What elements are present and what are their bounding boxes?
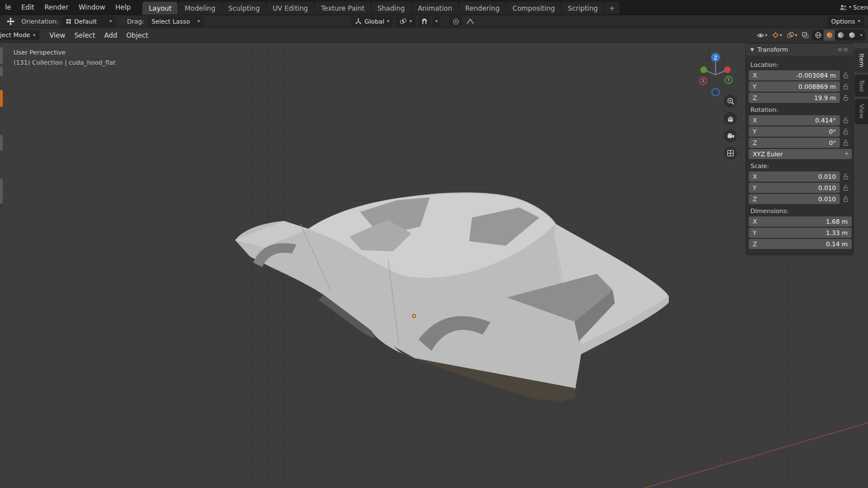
xray-toggle[interactable] bbox=[800, 30, 810, 40]
tab-rendering[interactable]: Rendering bbox=[459, 2, 506, 15]
lock-rotation-y-icon[interactable] bbox=[840, 128, 852, 135]
shading-solid-button[interactable] bbox=[824, 30, 835, 40]
main-menus: le Edit Render Window Help bbox=[0, 0, 136, 15]
rotation-mode-dropdown[interactable]: XYZ Euler ▾ bbox=[749, 149, 852, 159]
dimensions-x-field[interactable]: X 1.68 m bbox=[749, 216, 852, 227]
object-visibility-dropdown[interactable]: ▾ bbox=[755, 31, 768, 40]
pan-hand-button[interactable] bbox=[724, 112, 737, 125]
viewport-3d[interactable]: User Perspective (131) Collection | cuda… bbox=[0, 43, 868, 488]
rotation-label: Rotation: bbox=[750, 106, 850, 114]
toolbar-button-sliver[interactable] bbox=[0, 179, 3, 204]
menu-render[interactable]: Render bbox=[39, 0, 74, 15]
svg-text:Y: Y bbox=[727, 78, 730, 83]
lock-location-x-icon[interactable] bbox=[840, 72, 852, 79]
gizmo-x-neg-axis bbox=[724, 66, 731, 73]
lock-rotation-z-icon[interactable] bbox=[840, 139, 852, 146]
orientation-grid-icon bbox=[66, 19, 71, 24]
lock-location-y-icon[interactable] bbox=[840, 83, 852, 90]
tab-animation[interactable]: Animation bbox=[412, 2, 458, 15]
location-z-field[interactable]: Z 19.9 m bbox=[749, 93, 840, 103]
menu-viewport-select[interactable]: Select bbox=[70, 31, 100, 39]
shading-material-button[interactable] bbox=[835, 30, 846, 40]
mode-value: bject Mode bbox=[0, 31, 30, 39]
tab-uv-editing[interactable]: UV Editing bbox=[267, 2, 314, 15]
global-orientation-icon bbox=[355, 18, 362, 25]
scale-y-field[interactable]: Y 0.010 bbox=[749, 183, 840, 193]
ortho-toggle-button[interactable] bbox=[724, 147, 737, 160]
shading-rendered-button[interactable] bbox=[846, 30, 857, 40]
tab-shading[interactable]: Shading bbox=[371, 2, 411, 15]
menu-viewport-add[interactable]: Add bbox=[100, 31, 122, 39]
scene-name: Scen bbox=[853, 4, 868, 11]
drag-dropdown[interactable]: Select Lasso ▾ bbox=[147, 16, 204, 27]
transform-orientation-dropdown[interactable]: Global ▾ bbox=[351, 16, 393, 27]
object-origin-dot bbox=[412, 314, 416, 318]
toolbar-button-sliver-active[interactable] bbox=[0, 90, 3, 107]
rotation-y-field[interactable]: Y 0° bbox=[749, 126, 840, 137]
tab-compositing[interactable]: Compositing bbox=[506, 2, 561, 15]
options-dropdown[interactable]: Options ▾ bbox=[827, 16, 864, 27]
tab-sculpting[interactable]: Sculpting bbox=[222, 2, 266, 15]
shading-dropdown[interactable]: ▾ bbox=[857, 30, 865, 40]
options-label: Options bbox=[831, 18, 855, 25]
menu-edit[interactable]: Edit bbox=[16, 0, 39, 15]
chevron-down-icon: ▾ bbox=[33, 33, 35, 38]
tab-texture-paint[interactable]: Texture Paint bbox=[314, 2, 370, 15]
tab-layout[interactable]: Layout bbox=[142, 2, 178, 15]
move-tool-icon[interactable] bbox=[3, 16, 18, 27]
show-gizmos-toggle[interactable]: ▾ bbox=[771, 30, 783, 40]
mode-dropdown[interactable]: bject Mode ▾ bbox=[0, 30, 39, 40]
zoom-button[interactable] bbox=[724, 94, 737, 107]
proportional-falloff-icon[interactable] bbox=[464, 16, 476, 27]
tab-scripting[interactable]: Scripting bbox=[561, 2, 604, 15]
menu-window[interactable]: Window bbox=[74, 0, 110, 15]
toolbar-button-sliver[interactable] bbox=[0, 47, 3, 64]
sidebar-tab-item[interactable]: Item bbox=[854, 48, 868, 73]
menu-help[interactable]: Help bbox=[110, 0, 136, 15]
dimensions-z-row: Z 0.14 m bbox=[749, 239, 852, 249]
toolbar-button-sliver[interactable] bbox=[0, 66, 3, 76]
lock-scale-z-icon[interactable] bbox=[840, 196, 852, 202]
shading-wireframe-button[interactable] bbox=[812, 30, 824, 40]
menu-file[interactable]: le bbox=[0, 0, 16, 15]
svg-text:Z: Z bbox=[714, 55, 717, 61]
rotation-x-field[interactable]: X 0.414° bbox=[749, 115, 840, 125]
lock-scale-y-icon[interactable] bbox=[840, 184, 852, 191]
show-overlays-toggle[interactable]: ▾ bbox=[785, 30, 798, 40]
location-x-field[interactable]: X -0.003084 m bbox=[749, 70, 840, 80]
sidebar-tab-view[interactable]: View bbox=[854, 99, 868, 124]
pivot-point-dropdown[interactable]: ▾ bbox=[395, 16, 416, 27]
scene-selector[interactable]: ▾ Scen bbox=[839, 0, 868, 15]
rotation-z-field[interactable]: Z 0° bbox=[749, 138, 840, 148]
panel-drag-widget[interactable]: ≡≡ bbox=[838, 46, 849, 53]
tab-modeling[interactable]: Modeling bbox=[178, 2, 222, 15]
snap-toggle[interactable] bbox=[418, 16, 430, 27]
chevron-down-icon: ▾ bbox=[110, 19, 112, 24]
panel-collapse-icon[interactable]: ▼ bbox=[750, 47, 754, 52]
lock-scale-x-icon[interactable] bbox=[840, 173, 852, 180]
snap-dropdown[interactable]: ▾ bbox=[433, 16, 440, 27]
menu-viewport-view[interactable]: View bbox=[45, 31, 70, 39]
sidebar-tab-tool[interactable]: Tool bbox=[854, 75, 868, 97]
scale-y-row: Y 0.010 bbox=[749, 183, 852, 193]
dimensions-z-field[interactable]: Z 0.14 m bbox=[749, 239, 852, 249]
viewport-nav-buttons bbox=[724, 94, 737, 160]
lock-location-z-icon[interactable] bbox=[840, 94, 852, 101]
scale-x-field[interactable]: X 0.010 bbox=[749, 171, 840, 182]
menu-viewport-object[interactable]: Object bbox=[122, 31, 152, 39]
scale-z-field[interactable]: Z 0.010 bbox=[749, 194, 840, 204]
toolbar-button-sliver[interactable] bbox=[0, 135, 3, 151]
lock-rotation-x-icon[interactable] bbox=[840, 117, 852, 124]
orientation-dropdown[interactable]: Default ▾ bbox=[62, 16, 116, 27]
transform-panel-header[interactable]: ▼ Transform ≡≡ bbox=[746, 44, 853, 56]
dimensions-y-field[interactable]: Y 1.33 m bbox=[749, 228, 852, 238]
car-model bbox=[235, 192, 669, 401]
location-y-field[interactable]: Y 0.008869 m bbox=[749, 82, 840, 92]
location-label: Location: bbox=[750, 61, 850, 69]
x-axis-line bbox=[644, 423, 868, 488]
camera-view-button[interactable] bbox=[724, 129, 737, 142]
viewport-header: bject Mode ▾ View Select Add Object ▾ ▾ … bbox=[0, 28, 868, 43]
add-workspace-button[interactable]: + bbox=[605, 2, 619, 15]
proportional-editing-toggle[interactable] bbox=[449, 16, 462, 27]
navigation-gizmo[interactable]: Z X Y bbox=[695, 47, 737, 99]
